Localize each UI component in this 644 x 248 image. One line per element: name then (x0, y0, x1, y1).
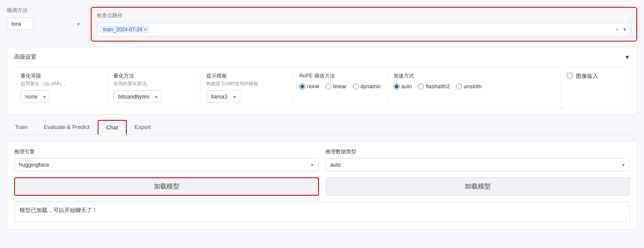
tab-chat[interactable]: Chat (98, 120, 126, 135)
status-text: 模型已加载，可以开始聊天了！ (20, 207, 98, 213)
prompt-template-sublabel: 构建提示词时使用的模板 (206, 81, 287, 87)
accel-auto-option[interactable]: auto (394, 83, 412, 90)
accel-unsloth-label: unsloth (464, 83, 482, 90)
accel-unsloth-radio[interactable] (456, 84, 462, 90)
inference-engine-select[interactable]: huggingface vllm llama.cpp (14, 158, 319, 171)
tab-train[interactable]: Train (7, 120, 36, 135)
status-box: 模型已加载，可以开始聊天了！ ⌟ (14, 202, 630, 222)
rope-dynamic-radio[interactable] (353, 84, 359, 90)
resize-handle: ⌟ (625, 215, 628, 221)
rope-linear-label: linear (333, 83, 347, 90)
quant-level-sublabel: 启用量化（QLoRA）。 (21, 81, 101, 87)
rope-dynamic-label: dynamic (361, 83, 381, 90)
rope-none-option[interactable]: none (299, 83, 319, 90)
quant-level-select[interactable]: none 4bit 8bit (21, 90, 50, 103)
accel-auto-label: auto (401, 83, 412, 90)
checkpoint-tag-close[interactable]: × (144, 27, 146, 32)
finetune-select[interactable]: lora (7, 18, 33, 30)
quant-method-sublabel: 使用的量化算法。 (113, 81, 194, 87)
tab-evaluate[interactable]: Evaluate & Predict (36, 120, 98, 135)
unload-model-button[interactable]: 卸载模型 (326, 177, 630, 196)
checkpoint-label: 检查点路径 (97, 12, 631, 19)
checkpoint-tag: train_2024-07-24 × (101, 26, 149, 33)
image-input-label: 图像输入 (576, 72, 598, 80)
rope-dynamic-option[interactable]: dynamic (353, 83, 381, 90)
prompt-template-label: 提示模板 (206, 72, 287, 80)
rope-linear-radio[interactable] (325, 84, 331, 90)
accel-auto-radio[interactable] (394, 84, 400, 90)
tabs-row: Train Evaluate & Predict Chat Export (7, 120, 637, 135)
accel-flashattn2-radio[interactable] (418, 84, 424, 90)
accel-flashattn2-option[interactable]: flashattn2 (418, 83, 450, 90)
rope-label: RoPE 插值方法 (299, 72, 381, 80)
inference-engine-label: 推理引擎 (14, 148, 319, 155)
advanced-collapse-icon[interactable]: ▼ (624, 54, 630, 60)
quant-level-label: 量化等级 (21, 72, 101, 80)
accel-label: 加速方式 (394, 72, 555, 80)
quant-method-select[interactable]: bitsandbytes gguf awq (113, 90, 162, 103)
load-model-button[interactable]: 加载模型 (14, 177, 319, 196)
accel-unsloth-option[interactable]: unsloth (456, 83, 482, 90)
finetune-select-arrow: ▼ (76, 21, 80, 26)
advanced-title: 高级设置 (14, 53, 36, 61)
accel-flashattn2-label: flashattn2 (426, 83, 450, 90)
quant-method-label: 量化方法 (113, 72, 194, 80)
rope-none-radio[interactable] (299, 84, 305, 90)
prompt-template-select[interactable]: llama3 alpaca vicuna none (206, 90, 240, 103)
rope-linear-option[interactable]: linear (325, 83, 347, 90)
inference-dtype-select[interactable]: auto float16 bfloat16 float32 (325, 158, 630, 171)
image-input-checkbox[interactable] (567, 73, 572, 78)
finetune-label: 微调方法 (7, 7, 84, 14)
inference-dtype-label: 推理数据类型 (325, 148, 630, 155)
checkpoint-dropdown-icon[interactable]: ▼ (622, 27, 627, 33)
rope-none-label: none (307, 83, 319, 90)
checkpoint-clear-icon[interactable]: × (616, 27, 619, 33)
tab-export[interactable]: Export (127, 120, 159, 135)
